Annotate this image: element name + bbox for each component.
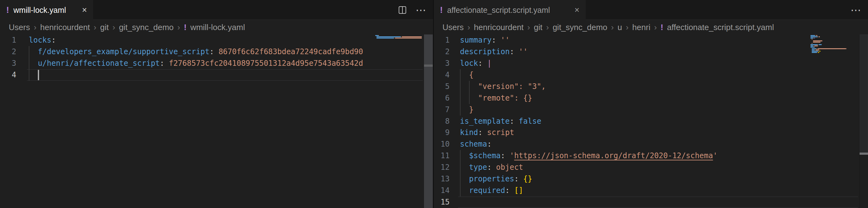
breadcrumb-file-name[interactable]: wmill-lock.yaml [190,23,245,32]
line-number[interactable]: 13 [434,173,450,185]
breadcrumb-item[interactable]: git [534,23,542,32]
code-line[interactable]: $schema: 'https://json-schema.org/draft/… [460,150,718,162]
scrollbar-slider[interactable] [860,34,868,154]
line-number[interactable]: 10 [434,138,450,150]
line-number[interactable]: 3 [0,58,16,69]
code-line[interactable]: f/developers_example/supportive_script: … [29,46,363,58]
breadcrumb-item[interactable]: Users [442,23,464,32]
more-actions-icon[interactable]: ⋯ [850,5,861,15]
minimap[interactable] [375,34,424,208]
line-number[interactable]: 3 [434,58,450,69]
minimap-line [819,51,820,52]
line-number[interactable]: 1 [0,34,16,46]
line-number[interactable]: 15 [434,197,450,208]
code-line[interactable]: summary: '' [460,34,510,46]
minimap-line [818,44,822,45]
code-line[interactable]: type: object [460,162,523,173]
more-actions-icon[interactable]: ⋯ [415,5,426,15]
close-icon[interactable]: × [570,5,579,15]
code-token: object [496,163,523,172]
code-token [514,47,519,56]
code-line[interactable]: { [460,69,473,81]
line-number[interactable]: 6 [434,93,450,104]
breadcrumb-separator-icon: › [654,23,657,32]
breadcrumb-item[interactable]: git_sync_demo [119,23,174,32]
code-line[interactable]: kind: script [460,127,514,138]
code-token: ' [510,151,514,160]
minimap-line [818,36,820,37]
code-line[interactable]: required: [] [460,185,523,197]
minimap-line [818,52,819,53]
code-line[interactable]: description: '' [460,46,528,58]
tab-affectionate-script-yaml[interactable]: ! affectionate_script.script.yaml × [434,0,586,20]
minimap-line [812,39,812,40]
close-icon[interactable]: × [78,5,87,15]
breadcrumb-item[interactable]: Users [9,23,30,32]
tab-wmill-lock-yaml[interactable]: ! wmill-lock.yaml × [0,0,93,20]
code-token: : [492,36,496,45]
breadcrumb-separator-icon: › [527,23,530,32]
line-number[interactable]: 2 [434,46,450,58]
code-token: lock [460,59,478,68]
code-line[interactable]: "version": "3", [460,81,546,93]
vertical-scrollbar[interactable] [859,34,868,208]
code-line[interactable]: schema: [460,138,492,150]
code-token: : [501,151,505,160]
code-token: [] [514,186,523,195]
breadcrumb-item[interactable]: git [100,23,108,32]
editor-right[interactable]: 1summary: ''2description: ''3lock: |4 {5… [434,34,868,208]
code-token: } [469,105,473,114]
line-number[interactable]: 8 [434,115,450,127]
minimap[interactable] [810,34,859,208]
code-token [460,94,478,102]
split-editor-icon[interactable] [399,6,406,14]
editor-actions: ⋯ [850,0,861,20]
code-token: : [51,36,56,45]
line-number[interactable]: 11 [434,150,450,162]
line-number[interactable]: 9 [434,127,450,138]
code-token: script [487,128,514,137]
editor-left[interactable]: 1locks:2 f/developers_example/supportive… [0,34,433,208]
code-token: '' [501,36,510,45]
breadcrumb-separator-icon: › [546,23,549,32]
breadcrumb-file-name[interactable]: affectionate_script.script.yaml [667,23,774,32]
minimap-line [815,50,819,50]
minimap-line [816,48,817,49]
code-token [505,151,510,160]
code-line[interactable]: properties: {} [460,173,532,185]
code-line[interactable]: } [460,104,473,115]
code-token: false [519,117,541,126]
minimap-line [810,46,813,46]
breadcrumb-item[interactable]: henricourdent [40,23,90,32]
breadcrumb-item[interactable]: henricourdent [474,23,524,32]
code-line[interactable]: lock: | [460,58,492,69]
code-line[interactable]: u/henri/affectionate_script: f2768573cfc… [29,58,363,69]
minimap-line [402,36,422,37]
line-number[interactable]: 7 [434,104,450,115]
schema-url-link[interactable]: https://json-schema.org/draft/2020-12/sc… [514,151,713,160]
minimap-line [815,35,815,36]
line-number[interactable]: 2 [0,46,16,58]
line-number[interactable]: 1 [434,34,450,46]
overview-ruler-cursor-marker [424,64,433,67]
breadcrumb-item[interactable]: u [618,23,622,32]
yaml-file-icon: ! [6,5,9,15]
code-line[interactable]: locks: [29,34,56,46]
code-token [496,36,501,45]
minimap-line [814,37,815,38]
code-token [460,71,469,79]
breadcrumb-item[interactable]: henri [632,23,650,32]
line-number[interactable]: 4 [434,69,450,81]
breadcrumb-separator-icon: › [34,23,37,32]
breadcrumb-item[interactable]: git_sync_demo [553,23,607,32]
line-number[interactable]: 12 [434,162,450,173]
editor-group-left: ! wmill-lock.yaml × ⋯ Users›henricourden… [0,0,433,208]
code-line[interactable]: "remote": {} [460,93,532,104]
line-number[interactable]: 5 [434,81,450,93]
line-number[interactable]: 4 [0,69,16,81]
code-line[interactable]: is_template: false [460,115,541,127]
vertical-scrollbar[interactable] [424,34,433,208]
line-number[interactable]: 14 [434,185,450,197]
tab-bar: ! affectionate_script.script.yaml × ⋯ [434,0,868,20]
code-token: u/henri/affectionate_script [38,59,160,68]
